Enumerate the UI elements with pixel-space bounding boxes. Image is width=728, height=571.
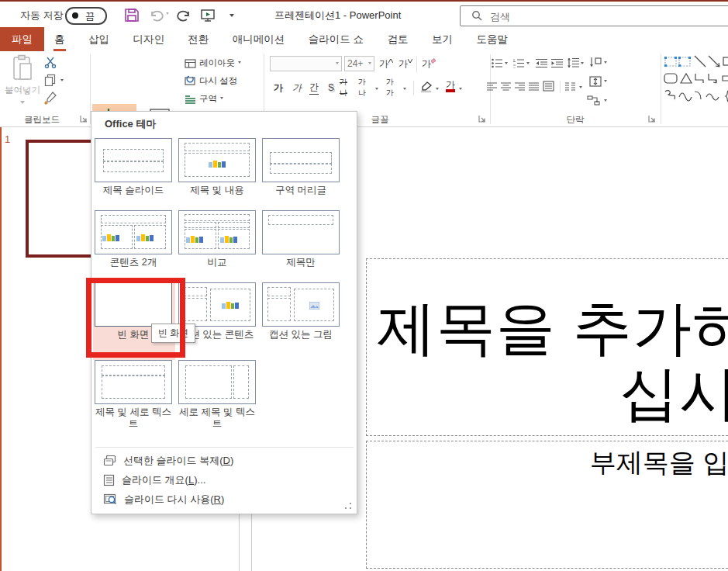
align-left-icon[interactable] [487, 82, 497, 92]
align-right-icon[interactable] [515, 82, 525, 92]
convert-to-smartart-icon[interactable] [587, 95, 601, 106]
font-size-combo[interactable]: 24+ [344, 56, 374, 71]
layout-option-picture-with-caption[interactable]: 캡션 있는 그림 [262, 282, 340, 341]
powerpoint-window: { "window": { "autosave_label": "자동 저장",… [0, 0, 728, 571]
layout-option-section-header[interactable]: 구역 머리글 [262, 138, 340, 196]
highlight-dropdown-icon[interactable] [436, 88, 439, 92]
search-placeholder: 검색 [490, 10, 510, 24]
font-dialog-launcher-icon[interactable] [478, 115, 486, 123]
strikethrough-button[interactable]: 가나 [340, 81, 354, 95]
undo-icon[interactable] [150, 9, 164, 22]
menu-item-duplicate-selected-slides[interactable]: 선택한 슬라이드 복제(D) [91, 451, 357, 470]
layout-thumbnail [95, 360, 172, 404]
text-shadow-button[interactable]: S [324, 81, 338, 95]
clipboard-dialog-launcher-icon[interactable] [80, 115, 88, 123]
ribbon-tab-bar: 파일 홈 삽입 디자인 전환 애니메이션 슬라이드 쇼 검토 보기 도움말 [0, 27, 728, 51]
columns-dropdown-icon[interactable] [579, 86, 582, 90]
layout-dropdown-icon [238, 61, 241, 65]
tab-view[interactable]: 보기 [422, 27, 463, 51]
reset-label: 다시 설정 [199, 75, 237, 87]
autosave-toggle[interactable]: 끔 [65, 7, 107, 25]
line-spacing-icon[interactable] [567, 57, 579, 68]
line-spacing-dropdown-icon[interactable] [581, 62, 584, 66]
qat-customize-icon[interactable] [229, 14, 234, 19]
tab-slideshow[interactable]: 슬라이드 쇼 [298, 27, 374, 51]
italic-button[interactable]: 가 [290, 81, 304, 95]
align-text-dropdown-icon[interactable] [604, 80, 607, 84]
layout-option-two-content[interactable]: 콘텐츠 2개 [95, 210, 172, 268]
bullet-list-dropdown-icon[interactable] [505, 62, 508, 66]
layout-option-title-and-content[interactable]: 제목 및 내용 [178, 138, 256, 196]
numbered-list-dropdown-icon[interactable] [526, 62, 530, 66]
redo-icon[interactable] [177, 9, 191, 22]
change-case-button[interactable]: 가가 [386, 81, 400, 95]
justify-icon[interactable] [529, 82, 539, 92]
paste-dropdown-icon[interactable] [20, 101, 25, 106]
layout-option-comparison[interactable]: 비교 [178, 210, 256, 268]
menu-resize-grip[interactable] [345, 503, 353, 510]
tab-review[interactable]: 검토 [377, 27, 418, 51]
cut-icon[interactable] [44, 57, 57, 68]
paragraph-dialog-launcher-icon[interactable] [648, 115, 656, 123]
columns-icon[interactable] [565, 82, 576, 92]
tab-design[interactable]: 디자인 [122, 27, 174, 51]
smartart-dropdown-icon[interactable] [604, 99, 607, 103]
menu-item-reuse-slides[interactable]: 슬라이드 다시 사용(R) [91, 490, 357, 509]
tab-file[interactable]: 파일 [0, 27, 44, 51]
increase-indent-icon[interactable] [551, 58, 563, 68]
text-direction-dropdown-icon[interactable] [604, 61, 607, 65]
decrease-font-size-button[interactable]: 가 [399, 57, 412, 71]
highlight-pen-icon[interactable] [419, 81, 433, 93]
reuse-slides-icon [103, 493, 117, 505]
section-dropdown-icon [220, 97, 223, 101]
autosave-label: 자동 저장 [20, 9, 64, 22]
layout-option-vertical-title-and-text[interactable]: 세로 제목 및 텍스트 [178, 360, 256, 430]
distribute-text-icon[interactable] [543, 81, 554, 92]
character-spacing-button[interactable]: 가나 [358, 81, 372, 95]
align-text-vertical-icon[interactable] [589, 76, 602, 87]
align-center-icon[interactable] [501, 82, 511, 92]
menu-item-label: 선택한 슬라이드 복제(D) [123, 454, 233, 468]
decrease-indent-icon[interactable] [536, 58, 547, 68]
layout-thumbnail [178, 138, 256, 182]
tab-help[interactable]: 도움말 [466, 27, 518, 51]
start-slideshow-icon[interactable] [200, 8, 216, 22]
format-painter-icon[interactable] [43, 92, 57, 106]
increase-font-size-button[interactable]: 가 [379, 57, 393, 71]
layout-option-title-only[interactable]: 제목만 [262, 210, 340, 268]
tab-transitions[interactable]: 전환 [178, 27, 219, 51]
bold-button[interactable]: 가 [271, 81, 285, 95]
undo-dropdown-icon[interactable] [166, 12, 169, 16]
copy-dropdown-icon[interactable] [60, 79, 64, 83]
save-icon[interactable] [124, 7, 140, 23]
clear-formatting-button[interactable]: 가 [422, 57, 436, 71]
layout-option-title-slide[interactable]: 제목 슬라이드 [95, 138, 172, 196]
character-spacing-dropdown-icon[interactable] [375, 88, 378, 92]
shapes-gallery[interactable] [664, 54, 728, 104]
font-color-button[interactable]: 가 [443, 79, 457, 93]
paste-button[interactable]: 붙여넣기 [5, 54, 40, 110]
font-name-combo[interactable] [270, 56, 342, 71]
reset-button[interactable]: 다시 설정 [185, 75, 237, 87]
search-input[interactable]: 검색 [460, 5, 728, 26]
layout-button[interactable]: 레이아웃 [185, 57, 241, 69]
title-placeholder-text-line2: 십시 [619, 364, 728, 423]
underline-button[interactable]: 간 [307, 81, 321, 95]
menu-item-label: 슬라이드 개요(L)... [122, 473, 205, 487]
text-direction-icon[interactable] [589, 57, 602, 68]
layout-option-title-and-vertical-text[interactable]: 제목 및 세로 텍스트 [95, 360, 172, 430]
section-button[interactable]: 구역 [185, 93, 223, 105]
paste-clipboard-icon [11, 54, 34, 82]
numbered-list-icon[interactable] [513, 58, 525, 68]
change-case-dropdown-icon[interactable] [403, 88, 406, 92]
menu-item-slides-from-outline[interactable]: 슬라이드 개요(L)... [91, 470, 357, 490]
bullet-list-icon[interactable] [492, 58, 503, 68]
tab-animations[interactable]: 애니메이션 [223, 27, 295, 51]
subtitle-placeholder-text: 부제목을 입력 [590, 445, 728, 481]
copy-icon[interactable] [44, 74, 57, 86]
font-color-dropdown-icon[interactable] [459, 88, 462, 92]
tab-insert[interactable]: 삽입 [78, 27, 119, 51]
layout-thumbnail [262, 138, 340, 182]
autosave-toggle-knob [72, 12, 78, 19]
tab-home[interactable]: 홈 [44, 27, 75, 51]
